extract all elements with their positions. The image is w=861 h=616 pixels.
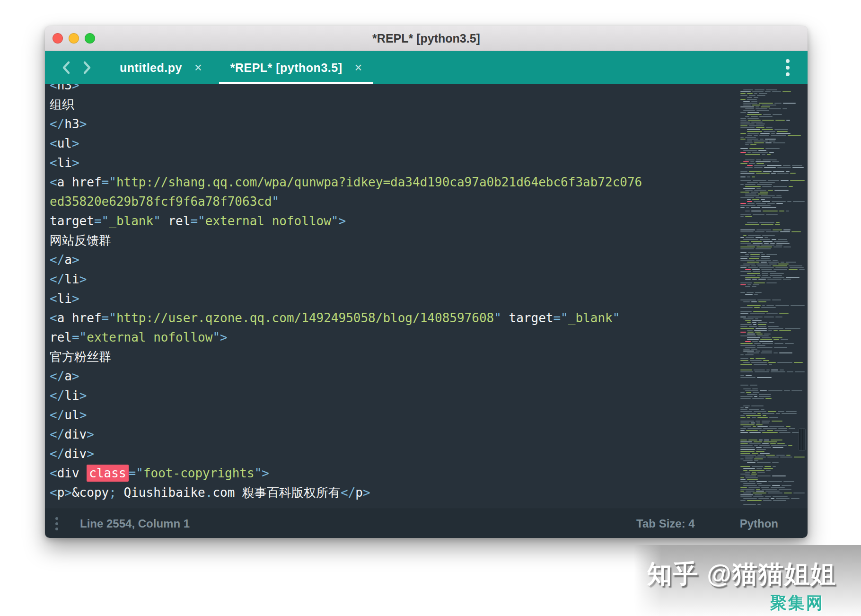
minimap-row xyxy=(740,298,805,299)
minimap-row xyxy=(740,279,805,280)
code-line: rel="external nofollow"> xyxy=(50,328,737,347)
history-nav xyxy=(60,51,93,84)
minimap-row xyxy=(740,417,805,418)
forward-button[interactable] xyxy=(81,60,93,76)
minimap-row xyxy=(740,165,805,166)
minimap-row xyxy=(740,182,805,183)
minimap-row xyxy=(740,326,805,327)
back-button[interactable] xyxy=(60,60,72,76)
minimap-row xyxy=(740,457,805,458)
minimap-row xyxy=(740,167,805,168)
tabbar-spacer xyxy=(376,51,782,84)
minimap-row xyxy=(740,379,805,380)
minimap-row xyxy=(740,173,805,174)
minimap-row xyxy=(740,447,805,448)
minimap-row xyxy=(740,144,805,145)
minimap-row xyxy=(740,445,805,446)
minimap-row xyxy=(740,400,805,401)
minimap-row xyxy=(740,169,805,170)
minimap-row xyxy=(740,214,805,215)
minimap-row xyxy=(740,301,805,302)
minimap[interactable] xyxy=(740,84,805,509)
minimap-row xyxy=(740,192,805,193)
minimap-row xyxy=(740,494,805,495)
minimap-row xyxy=(740,258,805,259)
minimap-row xyxy=(740,309,805,310)
minimap-row xyxy=(740,252,805,253)
minimap-row xyxy=(740,248,805,249)
minimap-row xyxy=(740,176,805,177)
code-line: <li> xyxy=(50,153,737,173)
minimap-row xyxy=(740,284,805,285)
minimap-row xyxy=(740,339,805,340)
minimap-row xyxy=(740,163,805,164)
minimap-row xyxy=(740,464,805,465)
minimap-row xyxy=(740,282,805,283)
minimap-row xyxy=(740,483,805,484)
tab-close-icon[interactable]: × xyxy=(354,62,362,74)
minimap-row xyxy=(740,383,805,384)
minimap-row xyxy=(740,288,805,289)
minimap-row xyxy=(740,175,805,176)
editor-pane[interactable]: <h3>组织</h3><ul><li><a href="http://shang… xyxy=(45,84,808,509)
code-line: </li> xyxy=(50,270,737,289)
code-line: <div class="foot-copyrights"> xyxy=(50,464,737,483)
minimap-row xyxy=(740,103,805,104)
language-indicator[interactable]: Python xyxy=(740,517,778,530)
status-menu-icon[interactable] xyxy=(53,515,60,532)
minimap-row xyxy=(740,262,805,263)
code-line: </a> xyxy=(50,367,737,386)
code-line: </li> xyxy=(50,386,737,405)
minimap-row xyxy=(740,141,805,141)
minimap-row xyxy=(740,303,805,304)
code-line: 官方粉丝群 xyxy=(50,347,737,367)
minimap-row xyxy=(740,479,805,480)
minimap-row xyxy=(740,95,805,96)
minimap-row xyxy=(740,426,805,427)
minimap-row xyxy=(740,324,805,325)
minimap-row xyxy=(740,438,805,439)
cursor-position[interactable]: Line 2554, Column 1 xyxy=(80,517,190,530)
minimap-row xyxy=(740,218,805,219)
minimap-row xyxy=(740,468,805,469)
minimap-row xyxy=(740,184,805,185)
code-line: <li> xyxy=(50,289,737,308)
minimap-row xyxy=(740,404,805,405)
minimap-row xyxy=(740,271,805,272)
minimap-row xyxy=(740,330,805,331)
scrollbar-thumb[interactable] xyxy=(799,428,806,451)
minimap-row xyxy=(740,131,805,132)
minimap-row xyxy=(740,368,805,369)
minimap-row xyxy=(740,311,805,312)
minimap-row xyxy=(740,294,805,295)
minimap-row xyxy=(740,430,805,431)
minimap-row xyxy=(740,142,805,143)
window-title: *REPL* [python3.5] xyxy=(45,32,808,45)
minimap-row xyxy=(740,220,805,221)
minimap-row xyxy=(740,99,805,100)
window-titlebar[interactable]: *REPL* [python3.5] xyxy=(45,26,808,51)
minimap-row xyxy=(740,491,805,492)
minimap-row xyxy=(740,241,805,242)
minimap-row xyxy=(740,377,805,378)
code-line: <p>&copy; Qiushibaike.com 糗事百科版权所有</p> xyxy=(50,483,737,502)
tab-untitled-py[interactable]: untitled.py × xyxy=(105,51,216,84)
minimap-row xyxy=(740,432,805,433)
tab-repl-python[interactable]: *REPL* [python3.5] × xyxy=(216,51,377,84)
tab-size-indicator[interactable]: Tab Size: 4 xyxy=(636,517,695,530)
minimap-row xyxy=(740,133,805,134)
minimap-row xyxy=(740,334,805,334)
editor-window: *REPL* [python3.5] untitled.py × *REPL* … xyxy=(45,26,808,538)
tab-bar: untitled.py × *REPL* [python3.5] × xyxy=(45,51,808,84)
code-area[interactable]: <h3>组织</h3><ul><li><a href="http://shang… xyxy=(50,84,737,509)
minimap-row xyxy=(740,489,805,490)
minimap-row xyxy=(740,504,805,505)
tab-close-icon[interactable]: × xyxy=(194,62,202,74)
minimap-row xyxy=(740,366,805,367)
minimap-row xyxy=(740,205,805,206)
minimap-row xyxy=(740,139,805,140)
minimap-row xyxy=(740,424,805,425)
minimap-row xyxy=(740,250,805,251)
overflow-menu-icon[interactable] xyxy=(782,51,793,84)
code-line: </h3> xyxy=(50,114,737,134)
